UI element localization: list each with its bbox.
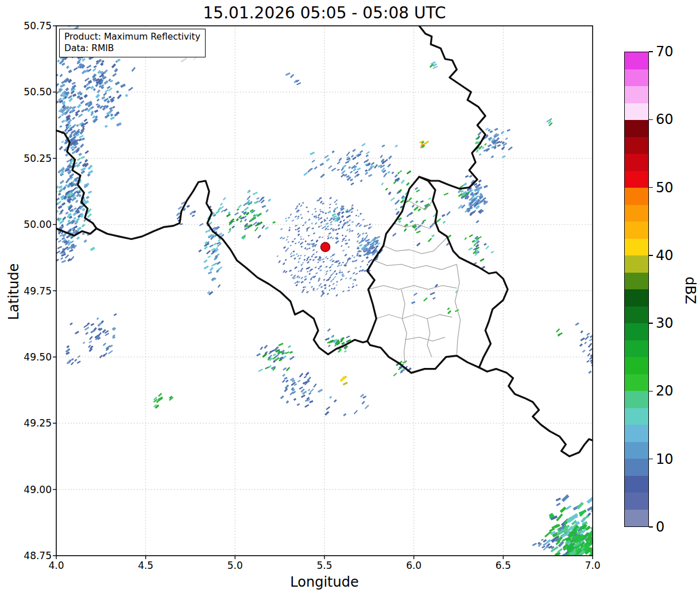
radar-echo: [365, 405, 369, 409]
radar-echo: [74, 67, 78, 71]
radar-echo: [61, 259, 67, 263]
radar-echo: [300, 204, 302, 207]
radar-echo-cluster: [340, 375, 348, 385]
radar-echo-cluster: [303, 143, 398, 185]
district-border-lux-canton-9: [427, 319, 432, 357]
radar-echo: [397, 172, 400, 175]
y-tick-label: 50.50: [6, 86, 52, 98]
radar-echo: [339, 220, 342, 223]
radar-echo: [223, 197, 226, 200]
radar-echo: [494, 128, 498, 131]
radar-echo: [343, 413, 346, 416]
y-tick-label: 49.50: [6, 351, 52, 363]
radar-echo: [442, 214, 446, 217]
radar-echo: [253, 192, 258, 195]
radar-echo: [360, 180, 363, 183]
radar-echo: [285, 72, 291, 76]
radar-echo: [320, 283, 322, 285]
radar-echo: [348, 286, 350, 288]
radar-echo: [350, 183, 354, 185]
radar-echo: [329, 204, 331, 206]
colorbar-segment: [625, 222, 648, 239]
radar-echo: [82, 208, 85, 211]
radar-echo: [60, 73, 63, 77]
radar-echo: [358, 215, 359, 217]
radar-echo: [312, 214, 314, 215]
radar-echo: [336, 199, 338, 201]
radar-echo: [55, 185, 59, 190]
radar-echo: [417, 208, 421, 212]
radar-echo: [395, 174, 398, 177]
radar-echo: [335, 273, 338, 275]
radar-echo: [298, 257, 301, 259]
radar-echo: [94, 110, 98, 113]
radar-echo: [579, 343, 583, 347]
radar-echo: [342, 234, 343, 236]
colorbar-tick-mark: [649, 187, 653, 188]
radar-echo: [409, 220, 413, 223]
radar-echo: [88, 165, 93, 170]
radar-echo: [265, 227, 269, 230]
radar-echo: [254, 200, 258, 204]
radar-echo: [355, 285, 357, 286]
radar-echo: [65, 348, 70, 353]
radar-echo: [322, 237, 323, 238]
radar-echo: [315, 244, 317, 246]
radar-echo: [566, 505, 571, 510]
radar-figure: 15.01.2026 05:05 - 05:08 UTC Product: Ma…: [0, 0, 700, 597]
radar-echo: [594, 533, 601, 537]
radar-echo: [59, 125, 62, 127]
radar-echo: [604, 512, 611, 520]
radar-echo: [424, 141, 430, 145]
radar-echo: [365, 232, 368, 234]
radar-echo: [304, 247, 307, 250]
radar-echo: [320, 211, 322, 212]
radar-echo: [307, 211, 309, 212]
radar-echo: [74, 207, 76, 210]
radar-echo: [447, 308, 450, 311]
colorbar-segment: [625, 289, 648, 307]
radar-echo: [359, 212, 362, 215]
radar-echo: [332, 278, 334, 281]
radar-echo-cluster: [575, 323, 594, 360]
radar-echo: [61, 141, 64, 143]
radar-echo: [71, 241, 74, 243]
radar-echo: [489, 130, 493, 133]
radar-echo: [347, 289, 350, 291]
radar-echo: [51, 255, 56, 258]
radar-echo: [478, 180, 482, 183]
radar-echo-layer: [51, 24, 612, 578]
radar-echo: [587, 353, 591, 356]
radar-echo: [541, 539, 544, 541]
radar-echo: [107, 100, 110, 103]
radar-echo: [496, 137, 500, 142]
radar-echo: [306, 248, 309, 250]
radar-echo: [325, 266, 328, 268]
radar-echo: [305, 372, 309, 376]
radar-echo: [87, 86, 91, 89]
radar-echo: [348, 246, 350, 248]
radar-echo-cluster: [65, 345, 81, 365]
colorbar-segment: [625, 408, 648, 425]
radar-echo: [66, 65, 69, 69]
radar-echo: [322, 227, 324, 229]
radar-echo: [556, 498, 561, 501]
radar-echo: [584, 342, 587, 344]
radar-echo: [52, 92, 56, 95]
radar-echo: [86, 65, 91, 69]
radar-echo: [238, 204, 242, 208]
radar-echo: [497, 144, 501, 147]
radar-echo: [289, 270, 292, 272]
radar-echo: [304, 376, 307, 378]
radar-site-marker: [321, 242, 330, 251]
radar-echo: [597, 526, 601, 531]
radar-echo: [428, 197, 431, 200]
radar-echo: [508, 146, 512, 150]
radar-echo: [300, 277, 303, 280]
radar-echo: [469, 175, 473, 177]
radar-echo: [301, 268, 303, 270]
radar-echo: [484, 143, 486, 145]
radar-echo: [303, 286, 305, 288]
radar-echo: [340, 278, 343, 281]
radar-echo: [325, 256, 327, 258]
